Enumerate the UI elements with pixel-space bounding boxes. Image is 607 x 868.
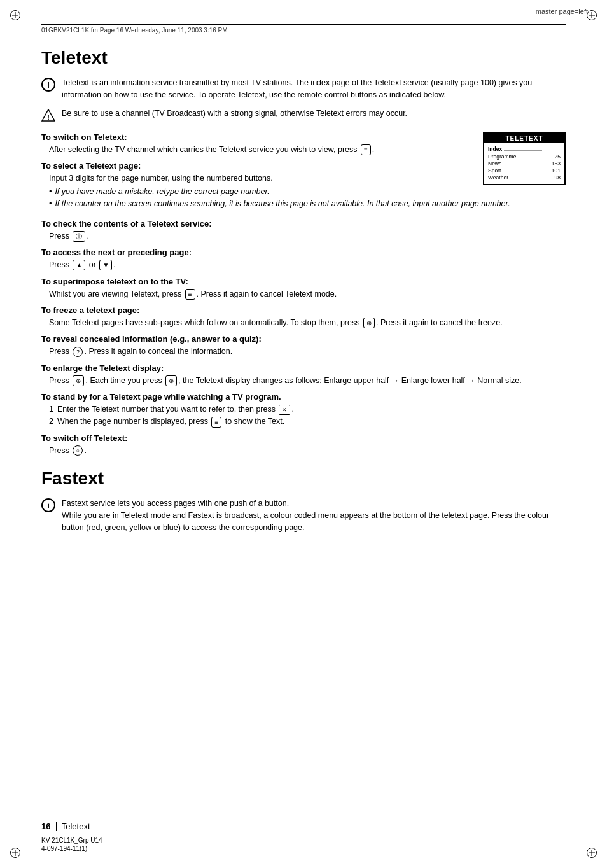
superimpose-heading: To superimpose teletext on to the TV: (41, 277, 566, 286)
instruction-standby: To stand by for a Teletext page while wa… (41, 392, 566, 428)
check-contents-body: Press ⓘ. (41, 230, 566, 242)
up-button-icon: ▲ (73, 260, 85, 270)
menu-button-icon2: ≡ (185, 289, 195, 300)
fastext-info-icon: i (41, 498, 55, 512)
fastext-info-block: i Fastext service lets you access pages … (41, 498, 566, 533)
reveal-body: Press ?. Press it again to conceal the i… (41, 346, 566, 358)
file-info: 01GBKV21CL1K.fm Page 16 Wednesday, June … (41, 27, 228, 34)
registration-mark-tr (587, 10, 597, 20)
freeze-button-icon: ⊕ (363, 318, 375, 328)
page-number: 16 (41, 822, 50, 831)
registration-mark-br (587, 848, 597, 858)
teletext-warn-text: Be sure to use a channel (TV Broadcast) … (62, 108, 407, 120)
teletext-warn-block: ! Be sure to use a channel (TV Broadcast… (41, 108, 566, 123)
teletext-row-programme: Programme 25 (488, 153, 561, 160)
header-text: master page=left (536, 8, 588, 15)
fastext-info-text: Fastext service lets you access pages wi… (62, 498, 566, 533)
standby-heading: To stand by for a Teletext page while wa… (41, 392, 566, 402)
enlarge-button-icon2: ⊕ (165, 375, 177, 386)
teletext-info-block: i Teletext is an information service tra… (41, 77, 566, 101)
fastext-title: Fastext (41, 468, 566, 489)
main-content: Teletext i Teletext is an information se… (41, 41, 566, 817)
footer-model: KV-21CL1K_Grp U14 (41, 837, 102, 844)
info-icon: i (41, 78, 55, 92)
instruction-next-preceding: To access the next or preceding page: Pr… (41, 248, 566, 271)
instruction-reveal: To reveal concealed information (e.g., a… (41, 334, 566, 358)
page-section-label: Teletext (56, 822, 90, 831)
registration-mark-bl (10, 848, 20, 858)
page-number-bar: 16 | Teletext (41, 818, 566, 831)
teletext-row-weather: Weather 98 (488, 174, 561, 181)
standby-button-icon1: ✕ (279, 405, 290, 415)
switch-off-heading: To switch off Teletext: (41, 433, 566, 443)
standby-step2: 2 When the page number is displayed, pre… (49, 416, 566, 428)
svg-text:!: ! (47, 113, 50, 121)
reveal-button-icon: ? (73, 347, 83, 357)
instruction-check-contents: To check the contents of a Teletext serv… (41, 219, 566, 242)
check-contents-heading: To check the contents of a Teletext serv… (41, 219, 566, 228)
select-page-bullet2: If the counter on the screen continues s… (49, 198, 566, 210)
standby-button-icon2: ≡ (211, 417, 221, 428)
teletext-box-header: TELETEXT (484, 134, 564, 143)
instruction-switch-off: To switch off Teletext: Press ○. (41, 433, 566, 457)
superimpose-body: Whilst you are viewing Teletext, press ≡… (41, 288, 566, 300)
switch-off-body: Press ○. (41, 445, 566, 457)
fastext-section: Fastext i Fastext service lets you acces… (41, 468, 566, 533)
registration-mark-tl (10, 10, 20, 20)
info-button-icon: ⓘ (73, 231, 85, 242)
instruction-freeze: To freeze a teletext page: Some Teletext… (41, 305, 566, 329)
warn-icon: ! (41, 109, 55, 123)
header-rule (41, 24, 566, 25)
freeze-body: Some Teletext pages have sub-pages which… (41, 317, 566, 329)
teletext-box-body: Index Programme 25 News 153 Sport (484, 143, 564, 184)
teletext-row-sport: Sport 101 (488, 167, 561, 174)
next-preceding-heading: To access the next or preceding page: (41, 248, 566, 257)
teletext-row-news: News 153 (488, 160, 561, 167)
menu-button-icon: ≡ (361, 144, 371, 155)
enlarge-heading: To enlarge the Teletext display: (41, 363, 566, 373)
down-button-icon: ▼ (99, 260, 112, 270)
footer-code: 4-097-194-11(1) (41, 845, 87, 852)
instruction-superimpose: To superimpose teletext on to the TV: Wh… (41, 277, 566, 300)
enlarge-button-icon: ⊕ (73, 375, 84, 386)
select-page-bullet1: If you have made a mistake, retype the c… (49, 186, 566, 198)
freeze-heading: To freeze a teletext page: (41, 305, 566, 315)
teletext-display-box: TELETEXT Index Programme 25 News 153 Sp (483, 132, 566, 185)
standby-step1: 1 Enter the Teletext number that you wan… (49, 403, 566, 416)
page-header: master page=left (536, 8, 588, 15)
teletext-index-row: Index (488, 146, 561, 152)
teletext-title: Teletext (41, 48, 566, 68)
teletext-info-text: Teletext is an information service trans… (62, 77, 566, 101)
teletext-section: Teletext i Teletext is an information se… (41, 48, 566, 457)
next-preceding-body: Press ▲ or ▼. (41, 259, 566, 271)
enlarge-body: Press ⊕. Each time you press ⊕, the Tele… (41, 375, 566, 387)
instruction-enlarge: To enlarge the Teletext display: Press ⊕… (41, 363, 566, 387)
switch-on-block: TELETEXT Index Programme 25 News 153 Sp (41, 132, 566, 215)
switch-off-button-icon: ○ (73, 445, 83, 456)
reveal-heading: To reveal concealed information (e.g., a… (41, 334, 566, 344)
